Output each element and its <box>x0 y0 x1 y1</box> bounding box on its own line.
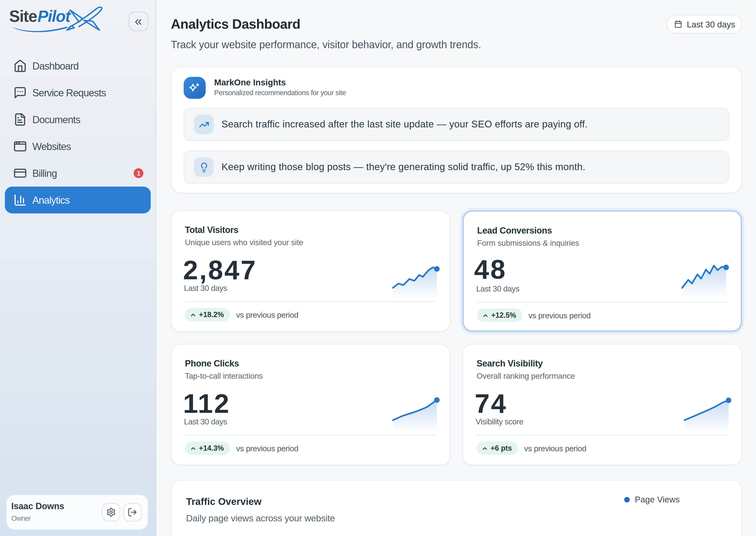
svg-text:Site: Site <box>9 7 37 25</box>
svg-text:Pilot: Pilot <box>38 7 71 25</box>
